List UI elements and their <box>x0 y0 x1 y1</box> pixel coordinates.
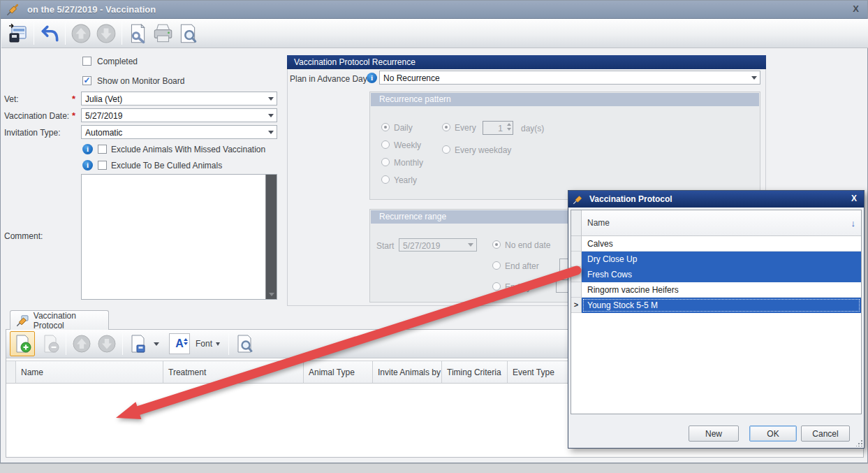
vet-value: Julia (Vet) <box>85 94 122 104</box>
info-icon: i <box>367 73 377 83</box>
remove-protocol-button <box>38 331 63 356</box>
save-layout-button[interactable] <box>126 331 151 356</box>
every-days-spinner: 1 <box>483 121 513 135</box>
vaccination-date-label: Vaccination Date: <box>4 111 69 121</box>
scroll-down-icon <box>269 293 274 296</box>
undo-button[interactable] <box>37 21 62 46</box>
recurrence-pattern-title: Recurrence pattern <box>371 93 759 106</box>
column-header-animal-type[interactable]: Animal Type <box>304 361 373 384</box>
print-button[interactable] <box>150 21 175 46</box>
font-menu-label[interactable]: Font <box>196 339 212 349</box>
every-label: Every <box>455 123 476 133</box>
spin-down-icon <box>507 128 511 131</box>
toolbar-separator <box>66 333 66 355</box>
every-radio <box>442 123 450 131</box>
add-protocol-button[interactable] <box>10 331 35 356</box>
invitation-type-combobox[interactable]: Automatic <box>81 125 277 139</box>
end-after-label: End after <box>505 261 539 271</box>
vet-required-mark: * <box>72 94 75 104</box>
column-header-timing-criteria[interactable]: Timing Criteria <box>442 361 508 384</box>
invitation-type-value: Automatic <box>85 128 122 138</box>
daily-label: Daily <box>394 123 413 133</box>
popup-column-header-name[interactable]: Name ↓ <box>582 210 861 236</box>
row-name: Young Stock 5-5 M <box>582 298 861 313</box>
tab-vaccination-protocol[interactable]: Vaccination Protocol <box>10 310 109 330</box>
add-document-icon <box>12 333 33 354</box>
vaccination-date-combobox[interactable]: 5/27/2019 <box>81 108 277 122</box>
new-button[interactable]: New <box>689 425 739 442</box>
main-toolbar <box>1 19 868 48</box>
sort-descending-icon[interactable]: ↓ <box>851 218 856 228</box>
resize-grip[interactable] <box>856 440 862 446</box>
date-dropdown-icon[interactable] <box>265 110 276 121</box>
protocol-row-dry-close-up[interactable]: Dry Close Up <box>571 252 861 267</box>
dialog-titlebar: on the 5/27/2019 - Vaccination X <box>1 1 867 19</box>
toolbar-separator <box>122 22 122 45</box>
document-save-icon <box>128 333 149 354</box>
dialog-title: on the 5/27/2019 - Vaccination <box>27 4 156 15</box>
move-protocol-up-button <box>69 331 94 356</box>
invitation-type-label: Invitation Type: <box>4 128 61 138</box>
vet-dropdown-icon[interactable] <box>265 93 276 104</box>
column-header-treatment[interactable]: Treatment <box>163 361 304 384</box>
arrow-down-circle-icon <box>97 334 117 354</box>
column-header-event-type[interactable]: Event Type <box>508 361 578 384</box>
toolbar-separator <box>122 333 123 355</box>
every-weekday-radio <box>442 145 450 154</box>
edit-button[interactable] <box>125 21 150 46</box>
ok-button[interactable]: OK <box>749 425 797 442</box>
desktop-strip <box>0 463 868 473</box>
preview-button[interactable] <box>175 21 200 46</box>
monitor-board-checkbox[interactable]: ✓ <box>82 76 91 85</box>
close-icon[interactable]: X <box>853 3 859 14</box>
save-layout-dropdown[interactable] <box>151 331 162 356</box>
exclude-missed-checkbox[interactable] <box>98 145 107 154</box>
toolbar-separator <box>65 22 66 45</box>
arrow-up-circle-icon <box>72 334 91 354</box>
popup-titlebar: Vaccination Protocol X <box>568 191 864 208</box>
popup-close-icon[interactable]: X <box>851 194 857 203</box>
arrow-up-circle-icon <box>71 23 91 44</box>
row-name: Fresh Cows <box>582 267 861 282</box>
completed-checkbox[interactable] <box>82 57 91 66</box>
plan-dropdown-icon[interactable] <box>749 72 759 83</box>
days-suffix-label: day(s) <box>521 124 544 133</box>
end-by-radio <box>492 282 501 291</box>
vet-combobox[interactable]: Julia (Vet) <box>81 92 277 105</box>
monthly-radio <box>381 158 390 166</box>
document-magnifier-icon <box>234 333 255 354</box>
comment-scrollbar[interactable] <box>265 175 277 299</box>
popup-column-label: Name <box>587 218 610 228</box>
document-magnifier-icon <box>177 22 199 45</box>
syringe-icon <box>15 314 29 327</box>
focused-row-pointer-icon: > <box>571 298 582 313</box>
end-after-radio <box>492 261 501 270</box>
vaccination-protocol-popup: Vaccination Protocol X Name ↓ Calves Dry… <box>568 190 865 449</box>
row-indicator-column <box>6 361 16 384</box>
column-header-name[interactable]: Name <box>16 361 163 384</box>
protocol-row-ringorm-vaccine-heifers[interactable]: Ringorm vaccine Heifers <box>571 282 861 298</box>
font-style-button[interactable]: A <box>169 333 190 354</box>
comment-textarea[interactable] <box>81 174 277 300</box>
document-wrench-icon <box>126 22 149 45</box>
protocol-row-calves[interactable]: Calves <box>571 236 861 252</box>
save-icon <box>7 22 29 45</box>
column-header-invite-animals-by[interactable]: Invite Animals by <box>373 361 442 384</box>
start-dropdown-icon <box>465 240 476 250</box>
weekly-label: Weekly <box>394 140 421 150</box>
exclude-culled-checkbox[interactable] <box>98 161 107 170</box>
save-button[interactable] <box>6 21 31 46</box>
plan-in-advance-combobox[interactable]: No Recurrence <box>379 71 760 85</box>
yearly-label: Yearly <box>394 175 417 185</box>
undo-icon <box>39 23 60 44</box>
start-label: Start <box>376 241 394 251</box>
row-name: Dry Close Up <box>582 252 861 267</box>
protocol-row-fresh-cows[interactable]: Fresh Cows <box>571 267 861 282</box>
protocol-row-young-stock[interactable]: > Young Stock 5-5 M <box>571 298 861 313</box>
search-protocol-button[interactable] <box>232 331 257 356</box>
invitation-dropdown-icon[interactable] <box>265 126 276 138</box>
font-dropdown-icon[interactable] <box>216 342 220 346</box>
yearly-radio <box>381 175 390 184</box>
cancel-button[interactable]: Cancel <box>801 425 850 442</box>
exclude-missed-label: Exclude Animals With Missed Vaccination <box>111 145 265 154</box>
